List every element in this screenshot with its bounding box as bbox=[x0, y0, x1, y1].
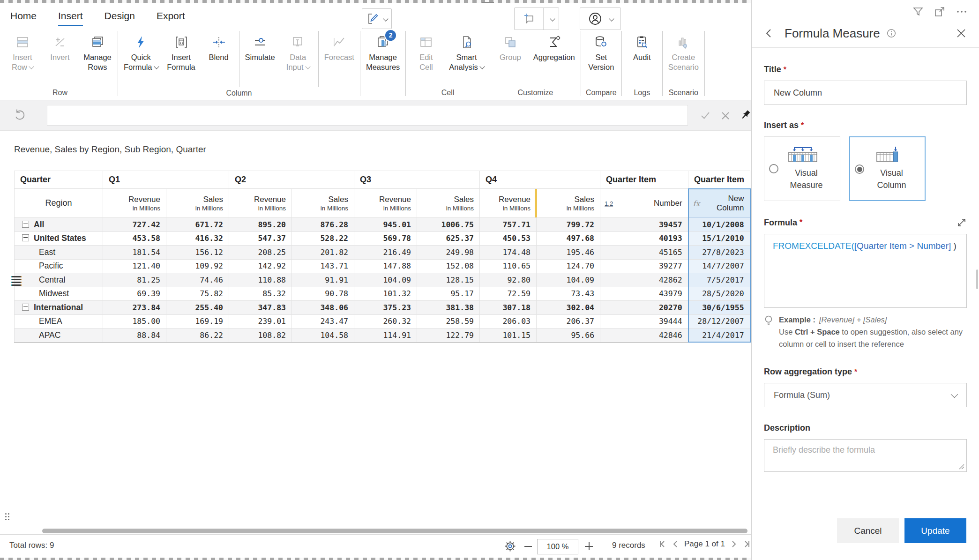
col-header-q2-sales[interactable]: Salesin Millions bbox=[292, 189, 354, 218]
table-cell[interactable]: 27/8/2023 bbox=[688, 246, 750, 260]
table-cell[interactable]: 181.54 bbox=[103, 246, 166, 260]
row-aggregation-select[interactable]: Formula (Sum) bbox=[764, 383, 967, 407]
undo-icon[interactable] bbox=[12, 108, 27, 123]
insert-formula-button[interactable]: Insert Formula bbox=[163, 30, 200, 72]
quarter-item-header[interactable]: Quarter Item bbox=[600, 171, 688, 189]
close-icon[interactable] bbox=[956, 28, 967, 39]
q3-header[interactable]: Q3 bbox=[354, 171, 480, 189]
back-icon[interactable] bbox=[764, 28, 774, 38]
table-cell[interactable]: 81.25 bbox=[103, 273, 166, 287]
zoom-level[interactable]: 100 % bbox=[537, 539, 578, 554]
table-cell[interactable]: 569.78 bbox=[354, 231, 417, 246]
table-cell[interactable]: 73.43 bbox=[537, 287, 600, 301]
table-cell[interactable]: 104.58 bbox=[292, 329, 354, 343]
table-cell[interactable]: 20270 bbox=[600, 301, 688, 315]
horizontal-scrollbar-thumb[interactable] bbox=[42, 529, 747, 533]
region-header[interactable]: Region bbox=[15, 189, 103, 218]
blend-button[interactable]: Blend bbox=[200, 30, 238, 62]
table-cell[interactable]: 348.06 bbox=[292, 301, 354, 315]
col-header-number[interactable]: 1.2Number bbox=[600, 189, 688, 218]
cancel-button[interactable]: Cancel bbox=[837, 518, 899, 543]
q1-header[interactable]: Q1 bbox=[103, 171, 229, 189]
insert-row-button[interactable]: Insert Row bbox=[4, 30, 41, 72]
table-cell[interactable]: 302.04 bbox=[537, 301, 600, 315]
table-cell[interactable]: 74.46 bbox=[166, 273, 229, 287]
prev-page-icon[interactable] bbox=[671, 540, 680, 548]
edit-cell-button[interactable]: Edit Cell bbox=[407, 30, 445, 72]
collapse-icon[interactable] bbox=[22, 221, 29, 228]
smart-analysis-button[interactable]: Smart Analysis bbox=[445, 30, 488, 72]
table-cell[interactable]: 75.82 bbox=[166, 287, 229, 301]
table-cell[interactable]: 174.48 bbox=[480, 246, 537, 260]
radio-unselected-icon[interactable] bbox=[769, 164, 778, 173]
table-cell[interactable]: 104.09 bbox=[537, 273, 600, 287]
last-page-icon[interactable] bbox=[743, 540, 751, 548]
table-cell[interactable]: 101.15 bbox=[480, 329, 537, 343]
row-label[interactable]: Pacific bbox=[15, 259, 103, 273]
table-cell[interactable]: 91.91 bbox=[292, 273, 354, 287]
table-cell[interactable]: 206.03 bbox=[480, 314, 537, 329]
audit-button[interactable]: Audit bbox=[623, 30, 661, 62]
manage-measures-button[interactable]: 2 Manage Measures bbox=[362, 30, 404, 72]
row-label[interactable]: East bbox=[15, 246, 103, 260]
zoom-out-icon[interactable] bbox=[524, 546, 532, 547]
collapse-icon[interactable] bbox=[22, 304, 29, 311]
drag-grid-icon[interactable] bbox=[5, 513, 12, 521]
table-cell[interactable]: 757.71 bbox=[480, 218, 537, 232]
table-cell[interactable]: 39277 bbox=[600, 259, 688, 273]
table-cell[interactable]: 110.65 bbox=[480, 259, 537, 273]
col-header-q3-revenue[interactable]: Revenuein Millions bbox=[354, 189, 417, 218]
col-header-q1-revenue[interactable]: Revenuein Millions bbox=[103, 189, 166, 218]
data-input-button[interactable]: Data Input bbox=[279, 30, 317, 72]
col-header-q3-sales[interactable]: Salesin Millions bbox=[417, 189, 480, 218]
comment-split-button[interactable] bbox=[514, 7, 559, 30]
formula-editor[interactable]: FROMEXCELDATE([Quarter Item > Number] ) bbox=[764, 234, 967, 308]
table-cell[interactable]: 876.28 bbox=[292, 218, 354, 232]
description-textarea[interactable] bbox=[764, 439, 967, 472]
table-cell[interactable]: 416.32 bbox=[166, 231, 229, 246]
table-cell[interactable]: 7/5/2017 bbox=[688, 273, 750, 287]
table-cell[interactable]: 114.91 bbox=[354, 329, 417, 343]
table-cell[interactable]: 39444 bbox=[600, 314, 688, 329]
table-cell[interactable]: 895.20 bbox=[229, 218, 292, 232]
table-cell[interactable]: 104.09 bbox=[354, 273, 417, 287]
visual-column-option[interactable]: VisualColumn bbox=[849, 136, 926, 201]
settings-gear-icon[interactable] bbox=[504, 540, 516, 553]
col-header-q2-revenue[interactable]: Revenuein Millions bbox=[229, 189, 292, 218]
panel-scrollbar-thumb[interactable] bbox=[976, 269, 978, 289]
table-cell[interactable]: 45165 bbox=[600, 246, 688, 260]
table-cell[interactable]: 110.88 bbox=[229, 273, 292, 287]
table-cell[interactable]: 92.80 bbox=[480, 273, 537, 287]
quick-formula-button[interactable]: Quick Formula bbox=[120, 30, 163, 72]
table-cell[interactable]: 121.40 bbox=[103, 259, 166, 273]
table-cell[interactable]: 156.12 bbox=[166, 246, 229, 260]
table-cell[interactable]: 72.59 bbox=[480, 287, 537, 301]
row-drag-handle[interactable] bbox=[11, 276, 22, 287]
table-cell[interactable]: 142.92 bbox=[229, 259, 292, 273]
table-cell[interactable]: 381.38 bbox=[417, 301, 480, 315]
info-icon[interactable] bbox=[887, 29, 896, 38]
more-ellipsis-icon[interactable] bbox=[956, 6, 968, 17]
table-cell[interactable]: 216.49 bbox=[354, 246, 417, 260]
table-cell[interactable]: 260.32 bbox=[354, 314, 417, 329]
table-cell[interactable]: 528.22 bbox=[292, 231, 354, 246]
table-cell[interactable]: 147.88 bbox=[354, 259, 417, 273]
pin-icon[interactable] bbox=[740, 109, 752, 121]
table-cell[interactable]: 15/1/2010 bbox=[688, 231, 750, 246]
table-cell[interactable]: 10/1/2008 bbox=[688, 218, 750, 232]
table-cell[interactable]: 255.40 bbox=[166, 301, 229, 315]
table-cell[interactable]: 108.82 bbox=[229, 329, 292, 343]
set-version-button[interactable]: Set Version bbox=[583, 30, 620, 72]
visual-measure-option[interactable]: VisualMeasure bbox=[764, 136, 840, 201]
table-cell[interactable]: 143.71 bbox=[292, 259, 354, 273]
manage-rows-button[interactable]: Manage Rows bbox=[79, 30, 116, 72]
row-label[interactable]: United States bbox=[15, 231, 103, 246]
apply-check-icon[interactable] bbox=[700, 110, 711, 121]
tab-insert[interactable]: Insert bbox=[58, 10, 83, 26]
next-page-icon[interactable] bbox=[730, 540, 738, 548]
table-cell[interactable]: 39457 bbox=[600, 218, 688, 232]
table-cell[interactable]: 307.18 bbox=[480, 301, 537, 315]
q2-header[interactable]: Q2 bbox=[229, 171, 354, 189]
row-label[interactable]: EMEA bbox=[15, 314, 103, 329]
table-cell[interactable]: 85.32 bbox=[229, 287, 292, 301]
